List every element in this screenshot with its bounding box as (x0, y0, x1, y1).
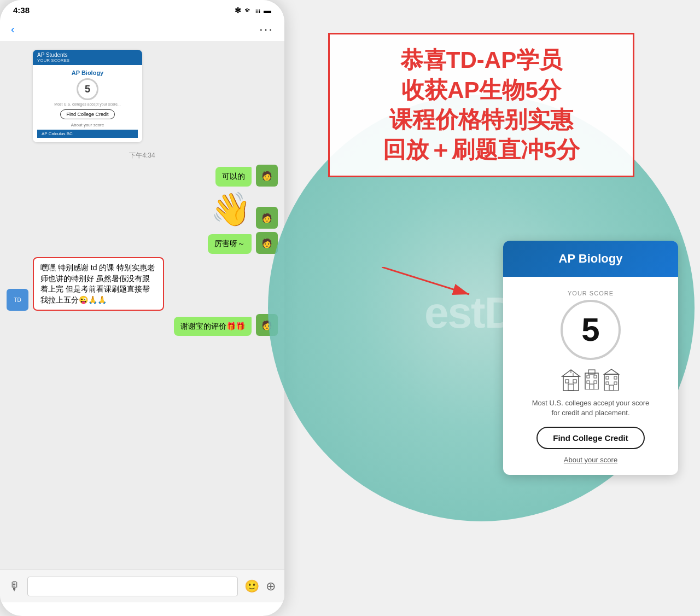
thumbnail-score-circle: 5 (77, 78, 98, 100)
svg-rect-19 (609, 385, 614, 391)
svg-rect-1 (565, 380, 569, 383)
audio-icon[interactable]: 🎙 (9, 579, 21, 594)
svg-rect-16 (614, 376, 617, 379)
building-icon (561, 369, 581, 392)
svg-rect-18 (614, 382, 617, 385)
svg-rect-15 (606, 376, 609, 379)
svg-rect-10 (587, 381, 590, 383)
score-card-header: AP Biology (503, 241, 678, 277)
svg-rect-12 (590, 384, 594, 390)
back-button[interactable]: ‹ (11, 23, 15, 36)
chat-bubble: 谢谢宝的评价🎁🎁 (174, 317, 252, 336)
announcement-text: 恭喜TD-AP学员 收获AP生物5分 课程价格特别实惠 回放＋刷题直冲5分 (346, 45, 616, 165)
input-bar: 🎙 🙂 ⊕ (0, 569, 284, 602)
thumbnail-mini-card: AP Calculus BC (37, 130, 138, 138)
score-number: 5 (581, 313, 599, 346)
emoji-icon[interactable]: 🙂 (244, 579, 259, 594)
svg-rect-11 (594, 381, 597, 383)
message-row: 🧑 可以的 (7, 165, 278, 187)
chat-bubble: 厉害呀～ (208, 234, 252, 254)
svg-line-22 (382, 267, 469, 294)
your-score-label: YOUR SCORE (514, 290, 667, 297)
svg-rect-17 (606, 382, 609, 385)
score-card-body: YOUR SCORE 5 (503, 277, 678, 475)
message-input[interactable] (27, 577, 238, 596)
right-panel: estDa 恭喜TD-AP学员 收获AP生物5分 课程价格特别实惠 回放＋刷题直… (262, 0, 700, 616)
message-row: 🧑 谢谢宝的评价🎁🎁 (7, 314, 278, 336)
chat-timestamp: 下午4:34 (0, 151, 284, 160)
chat-area: AP Students YOUR SCORES AP Biology 5 Mos… (0, 41, 284, 569)
thumbnail-find-credit-btn[interactable]: Find College Credit (60, 109, 115, 119)
svg-rect-13 (588, 370, 595, 374)
status-time: 4:38 (13, 5, 30, 15)
thumbnail-message[interactable]: AP Students YOUR SCORES AP Biology 5 Mos… (33, 50, 142, 142)
about-score-link[interactable]: About your score (514, 456, 667, 464)
svg-rect-8 (587, 375, 590, 378)
accept-text: Most U.S. colleges accept your score for… (530, 398, 651, 418)
building-icon-2 (584, 369, 599, 390)
avatar: TD (7, 289, 28, 311)
signal-icon: ᵢᵢᵢ (255, 6, 260, 15)
find-college-credit-button[interactable]: Find College Credit (536, 427, 645, 449)
svg-rect-0 (563, 376, 579, 391)
chat-bubble: 可以的 (215, 167, 252, 187)
score-circle: 5 (561, 300, 621, 360)
svg-rect-9 (594, 375, 597, 378)
score-card: AP Biology YOUR SCORE 5 (503, 241, 678, 475)
message-row-sticker: 🧑 👋 (7, 190, 278, 229)
thumbnail-header: AP Students YOUR SCORES (33, 50, 142, 65)
sticker: 👋 (211, 190, 252, 229)
red-arrow (382, 267, 480, 302)
announcement-box: 恭喜TD-AP学员 收获AP生物5分 课程价格特别实惠 回放＋刷题直冲5分 (328, 33, 634, 177)
status-bar: 4:38 ✻ ᯤ ᵢᵢᵢ ▬ (0, 0, 284, 17)
message-row-highlighted: TD 嘿嘿 特别感谢 td 的课 特别实惠老师也讲的特别好 虽然暑假没有跟着上完… (7, 257, 278, 311)
svg-marker-20 (604, 369, 619, 374)
buildings-row (514, 369, 667, 392)
bluetooth-icon: ✻ (235, 6, 241, 15)
nav-bar: ‹ ··· (0, 17, 284, 41)
phone-frame: 4:38 ✻ ᯤ ᵢᵢᵢ ▬ ‹ ··· AP Students YOUR SC… (0, 0, 284, 616)
svg-rect-3 (568, 384, 574, 391)
svg-rect-2 (573, 380, 576, 383)
chat-bubble-highlighted: 嘿嘿 特别感谢 td 的课 特别实惠老师也讲的特别好 虽然暑假没有跟着上完 但是… (33, 257, 164, 311)
building-icon-3 (603, 369, 620, 391)
thumbnail-body: AP Biology 5 Most U.S. colleges accept y… (33, 65, 142, 142)
message-row: 🧑 厉害呀～ (7, 232, 278, 254)
wifi-icon: ᯤ (244, 6, 252, 15)
